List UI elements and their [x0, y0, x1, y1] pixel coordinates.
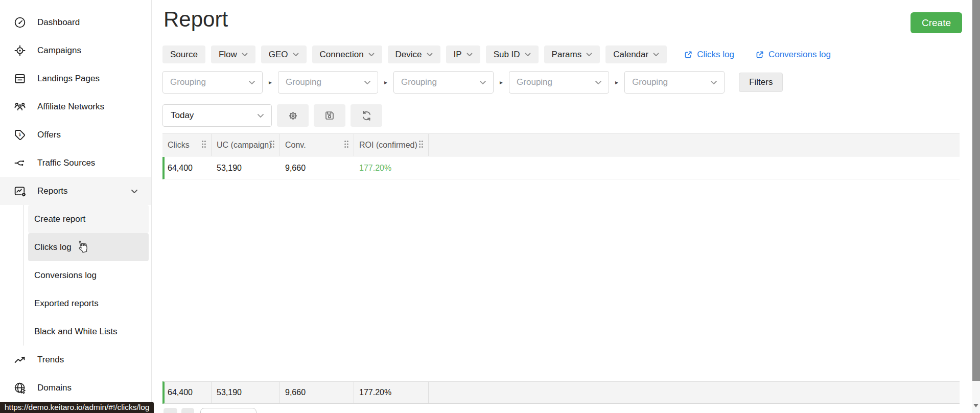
chevron-down-icon [710, 77, 717, 87]
grouping-select-4[interactable]: Grouping [509, 71, 609, 94]
cell-clicks: 64,400 [165, 164, 212, 173]
clicks-log-link[interactable]: Clicks log [684, 50, 734, 60]
column-label: ROI (confirmed) [359, 141, 417, 150]
column-label: UC (campaign) [217, 141, 272, 150]
external-link-icon [684, 50, 693, 59]
chip-label: Device [395, 50, 422, 60]
date-range-select[interactable]: Today [162, 104, 272, 127]
save-report-button[interactable] [314, 104, 345, 127]
chevron-down-icon [479, 77, 486, 87]
dashboard-icon [13, 16, 27, 29]
create-button[interactable]: Create [911, 12, 962, 33]
filters-button[interactable]: Filters [739, 73, 783, 92]
main-content: Report Create Source Flow GEO Connection… [152, 0, 972, 413]
chip-label: Source [170, 50, 198, 60]
filter-chip-ip[interactable]: IP [446, 45, 480, 63]
report-table-header: Clicks UC (campaign) Conv. ROI (confirme… [162, 133, 960, 156]
vertical-scrollbar[interactable] [972, 0, 980, 413]
refresh-button[interactable] [351, 104, 382, 127]
sidebar-subitem-create-report[interactable]: Create report [28, 205, 149, 233]
grouping-placeholder: Grouping [517, 77, 552, 87]
column-header-uc-campaign[interactable]: UC (campaign) [212, 134, 280, 156]
grouping-select-3[interactable]: Grouping [393, 71, 494, 94]
sidebar-item-reports[interactable]: Reports [0, 177, 151, 205]
page-title: Report [164, 7, 228, 32]
filter-chip-flow[interactable]: Flow [211, 45, 255, 63]
chevron-down-icon [131, 186, 138, 196]
chevron-down-icon [368, 53, 375, 57]
sidebar-item-traffic-sources[interactable]: Traffic Sources [0, 149, 151, 177]
filter-chip-sub-id[interactable]: Sub ID [486, 45, 539, 63]
column-header-filler [429, 134, 960, 156]
sidebar-subitem-conversions-log[interactable]: Conversions log [28, 261, 149, 289]
drag-handle-icon[interactable] [201, 140, 206, 150]
sidebar-subitem-black-white-lists[interactable]: Black and White Lists [28, 317, 149, 346]
chevron-down-icon [364, 77, 371, 87]
pagination-button[interactable] [181, 408, 194, 413]
column-label: Conv. [285, 141, 306, 150]
arrow-right-separator: ▸ [500, 79, 503, 86]
sidebar-item-domains[interactable]: Domains [0, 374, 151, 402]
filter-chip-source[interactable]: Source [162, 45, 205, 63]
filter-chip-geo[interactable]: GEO [261, 45, 307, 63]
sidebar-subitem-exported-reports[interactable]: Exported reports [28, 289, 149, 317]
app-window: Dashboard Campaigns Landings Pages [0, 0, 980, 413]
sidebar-item-label: Campaigns [37, 45, 81, 56]
domains-icon [13, 381, 27, 395]
arrow-right-separator: ▸ [615, 79, 618, 86]
grouping-select-1[interactable]: Grouping [162, 71, 263, 94]
submenu-guide-line [24, 205, 24, 346]
grouping-row: Grouping ▸ Grouping ▸ Grouping ▸ Groupin… [162, 71, 783, 94]
scrollbar-down-arrow-icon[interactable] [973, 404, 978, 407]
filter-chip-connection[interactable]: Connection [312, 45, 382, 63]
filter-chip-row: Source Flow GEO Connection Device IP [162, 45, 831, 63]
per-page-select[interactable] [200, 408, 256, 413]
arrow-right-separator: ▸ [269, 79, 272, 86]
grouping-select-2[interactable]: Grouping [278, 71, 378, 94]
column-header-roi-confirmed[interactable]: ROI (confirmed) [354, 134, 429, 156]
column-header-conv[interactable]: Conv. [280, 134, 354, 156]
drag-handle-icon[interactable] [418, 140, 424, 150]
sidebar-item-offers[interactable]: $ Offers [0, 121, 151, 149]
chevron-down-icon [257, 110, 264, 121]
sidebar-item-label: Traffic Sources [37, 158, 95, 168]
traffic-sources-icon [13, 156, 27, 170]
landing-pages-icon [13, 72, 27, 85]
report-settings-button[interactable] [277, 104, 309, 127]
table-totals-row: 64,400 53,190 9,660 177.20% [162, 381, 960, 404]
cell-uc-campaign: 53,190 [212, 164, 280, 173]
subitem-label: Exported reports [34, 299, 99, 309]
subitem-label: Conversions log [34, 270, 97, 281]
pagination-button[interactable] [164, 408, 177, 413]
reports-submenu: Create report Clicks log Conversions log… [0, 205, 151, 346]
filter-chip-calendar[interactable]: Calendar [605, 45, 667, 63]
gear-icon [287, 109, 299, 122]
filter-chip-device[interactable]: Device [388, 45, 440, 63]
svg-text:$: $ [18, 132, 21, 137]
subitem-label: Black and White Lists [34, 327, 118, 337]
filter-chip-params[interactable]: Params [544, 45, 600, 63]
sidebar-item-dashboard[interactable]: Dashboard [0, 8, 151, 36]
conversions-log-link[interactable]: Conversions log [755, 50, 831, 60]
chip-label: Sub ID [494, 50, 520, 60]
drag-handle-icon[interactable] [344, 140, 349, 150]
trends-icon [13, 353, 27, 366]
external-link-icon [755, 50, 764, 59]
grouping-placeholder: Grouping [632, 77, 668, 87]
column-header-clicks[interactable]: Clicks [162, 134, 212, 156]
sidebar-item-landings-pages[interactable]: Landings Pages [0, 64, 151, 93]
link-label: Conversions log [768, 50, 831, 60]
subitem-label: Create report [34, 214, 85, 224]
toolbar-row: Today [162, 104, 382, 127]
chevron-down-icon [466, 53, 473, 57]
drag-handle-icon[interactable] [270, 140, 275, 150]
scrollbar-thumb[interactable] [972, 0, 980, 381]
total-roi-confirmed: 177.20% [354, 382, 429, 403]
refresh-icon [360, 109, 373, 122]
grouping-select-5[interactable]: Grouping [624, 71, 725, 94]
sidebar-item-campaigns[interactable]: Campaigns [0, 36, 151, 64]
sidebar-item-affiliate-networks[interactable]: Affiliate Networks [0, 93, 151, 121]
sidebar-item-trends[interactable]: Trends [0, 346, 151, 374]
table-row[interactable]: 64,400 53,190 9,660 177.20% [162, 157, 960, 179]
chevron-down-icon [427, 53, 433, 57]
